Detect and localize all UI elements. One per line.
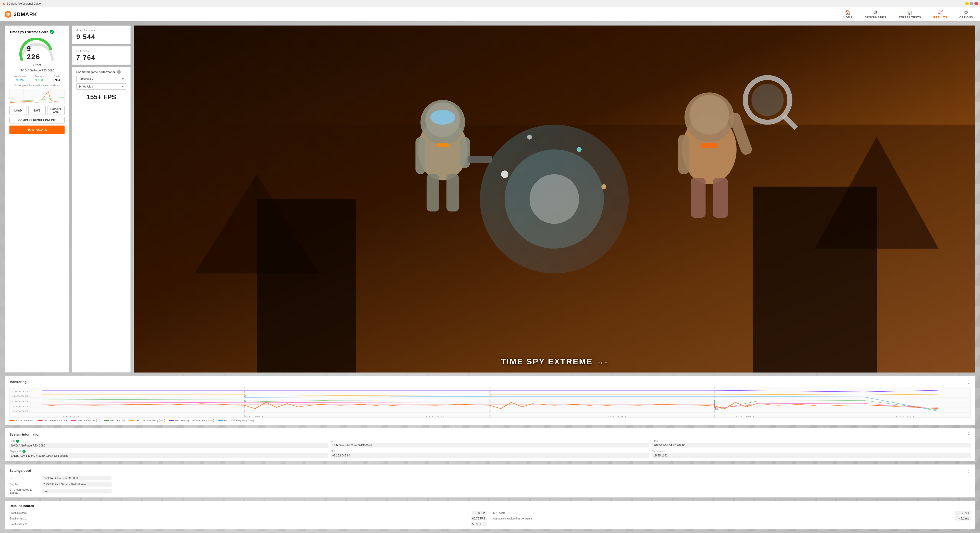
run-again-button[interactable]: RUN AGAIN [10, 126, 65, 134]
top-nav: 3D 3DMARK 🏠 HOME ⏱ BENCHMARKS 📊 STRESS T… [0, 7, 980, 21]
gui-label: GUI [331, 450, 649, 453]
system-info-more-icon[interactable]: ⋮ [966, 431, 970, 437]
legend-framerate: Frame rate (FPS) [10, 419, 33, 422]
settings-header: Settings used ⋮ [10, 468, 970, 473]
more-options-icon[interactable]: ⋮ [966, 379, 970, 385]
resolution-dropdown[interactable]: 1440p Ultra 1080p Ultra 4K Ultra [76, 83, 126, 89]
legend-gpu-clock: GPU Clock Frequency (MHz) [218, 419, 254, 422]
svg-text:3000: 3000 [12, 400, 28, 403]
svg-text:3D: 3D [6, 13, 10, 16]
display-label: Display #1 ✓ [10, 450, 328, 453]
top-row: Time Spy Extreme Score ✓ 9 226 Great NVI… [5, 25, 975, 372]
save-button[interactable]: SAVE [28, 106, 46, 115]
nav-home[interactable]: 🏠 HOME [842, 9, 854, 20]
gpu-value: NVIDIA GeForce RTX 3080 [10, 443, 328, 448]
settings-more-icon[interactable]: ⋮ [966, 468, 970, 473]
system-info-header: System information ⋮ [10, 431, 970, 437]
close-button[interactable]: ✕ [974, 2, 978, 5]
showing-results-text: Showing results from the same hardware [14, 84, 60, 87]
gauge-score: 9 226 [27, 45, 47, 61]
best-score-item: Best 9 964 [52, 75, 60, 82]
svg-text:00:40: 00:40 [245, 415, 263, 417]
system-info-card: System information ⋮ GPU ✓ NVIDIA GeForc… [5, 428, 975, 461]
cpu-value: 13th Gen Intel Core i5-13600KF [331, 443, 649, 447]
cpu-temp-color [38, 420, 43, 421]
compare-button[interactable]: COMPARE RESULT ONLINE [10, 117, 65, 124]
options-icon: ⚙ [964, 10, 968, 15]
export-xml-button[interactable]: EXPORT XML [47, 106, 65, 115]
legend-cpu-temp: CPU Temperature (°C) [38, 419, 67, 422]
action-buttons: LOAD SAVE EXPORT XML [10, 106, 65, 115]
benchmarks-icon: ⏱ [873, 10, 878, 15]
fps-value: 155+ FPS [76, 93, 126, 101]
svg-text:2500: 2500 [22, 102, 25, 103]
window-controls: — □ ✕ [965, 2, 978, 5]
detailed-graphics-test2: Graphics test 2 55.90 FPS [10, 522, 487, 526]
gui-field: GUI v2.25.8043 64 [331, 450, 649, 458]
display-value: \\.\DISPLAY1 (3840 × 2160, 150% DPI scal… [10, 453, 328, 458]
monitoring-chart: 5000 4000 3000 2000 1000 [10, 387, 970, 418]
graphics-score-box: Graphics score 9 544 [72, 25, 130, 44]
legend-gpu-mem-clock: GPU Memory Clock Frequency (MHz) [169, 419, 214, 422]
gpu-mem-clock-color [169, 420, 174, 421]
framerate-color [10, 420, 14, 421]
chart-legend: Frame rate (FPS) CPU Temperature (°C) GP… [10, 419, 970, 422]
mini-chart: 2500 5000 7500 [10, 89, 65, 104]
cpu-score-value: 7 764 [76, 54, 126, 62]
mini-chart-svg: 2500 5000 7500 [10, 89, 64, 104]
check-icon: ✓ [50, 30, 54, 34]
gpu-label: GPU ✓ [10, 440, 328, 443]
nav-stress-tests[interactable]: 📊 STRESS TESTS [896, 9, 923, 20]
gpu-name: NVIDIA GeForce RTX 3080 [20, 69, 54, 72]
systeminfo-field: SystemInfo v5.55.1142 [652, 450, 970, 458]
system-info-grid: GPU ✓ NVIDIA GeForce RTX 3080 CPU 13th G… [10, 440, 970, 458]
display-field: Display #1 ✓ \\.\DISPLAY1 (3840 × 2160, … [10, 450, 328, 458]
nav-benchmarks[interactable]: ⏱ BENCHMARKS [862, 9, 888, 20]
legend-gpu-temp: GPU Temperature (°C) [71, 419, 100, 422]
detailed-cpu-score: CPU score 7 764 [493, 511, 970, 515]
display-check-icon: ✓ [22, 450, 25, 453]
gpu-field: GPU ✓ NVIDIA GeForce RTX 3080 [10, 440, 328, 448]
cpu-score-box: CPU score 7 764 [72, 46, 130, 65]
systeminfo-label: SystemInfo [652, 450, 970, 453]
score-card: Time Spy Extreme Score ✓ 9 226 Great NVI… [5, 25, 69, 372]
settings-gpu-label: GPU [10, 477, 40, 480]
nav-options[interactable]: ⚙ OPTIONS [957, 9, 975, 20]
gpu-temp-color [71, 420, 76, 421]
system-info-title: System information [10, 433, 40, 436]
time-value: 2022-12-07 14:47 +02:00 [652, 443, 970, 447]
home-icon: 🏠 [845, 10, 851, 15]
nav-results[interactable]: 📈 RESULTS [931, 9, 949, 20]
nav-items: 🏠 HOME ⏱ BENCHMARKS 📊 STRESS TESTS 📈 RES… [842, 9, 975, 20]
svg-text:7500: 7500 [49, 102, 52, 103]
load-button[interactable]: LOAD [10, 106, 27, 115]
gpu-load-color [104, 420, 109, 421]
svg-text:03:20: 03:20 [896, 415, 914, 417]
settings-display-value: \\.\DISPLAY1 Generic PnP Monitor [42, 482, 111, 487]
svg-text:5000: 5000 [35, 102, 39, 103]
svg-text:00:00: 00:00 [63, 415, 82, 417]
svg-point-3 [49, 47, 52, 50]
legend-cpu-clock: CPU Clock Frequency (MHz) [129, 419, 165, 422]
benchmark-title: TIME SPY EXTREME v1.2 [501, 357, 608, 366]
monitoring-chart-svg: 5000 4000 3000 2000 1000 [10, 387, 970, 417]
results-icon: 📈 [937, 10, 943, 15]
svg-text:5000: 5000 [12, 390, 28, 392]
gpu-check-icon: ✓ [16, 440, 19, 443]
app-icon: ▲ [2, 2, 5, 5]
your-score-value: 9 226 [16, 78, 24, 82]
gauge-container: 9 226 [17, 38, 57, 61]
minimize-button[interactable]: — [965, 2, 969, 5]
svg-text:2000: 2000 [12, 406, 28, 407]
logo-area: 3D 3DMARK [4, 10, 37, 18]
graphics-score-label: Graphics score [76, 29, 126, 32]
main-content: Time Spy Extreme Score ✓ 9 226 Great NVI… [0, 21, 980, 533]
detailed-graphics-test1: Graphics test 1 60.75 FPS [10, 516, 487, 520]
legend-gpu-load: GPU Load (%) [104, 419, 125, 422]
cpu-clock-color [129, 420, 135, 421]
monitoring-header: Monitoring ⋮ [10, 379, 970, 385]
game-dropdown[interactable]: Battlefield V Cyberpunk 2077 Shadow of t… [76, 76, 126, 82]
detailed-graphics-score: Graphics score 9 544 [10, 511, 487, 515]
cpu-field: CPU 13th Gen Intel Core i5-13600KF [331, 440, 649, 448]
maximize-button[interactable]: □ [970, 2, 974, 5]
